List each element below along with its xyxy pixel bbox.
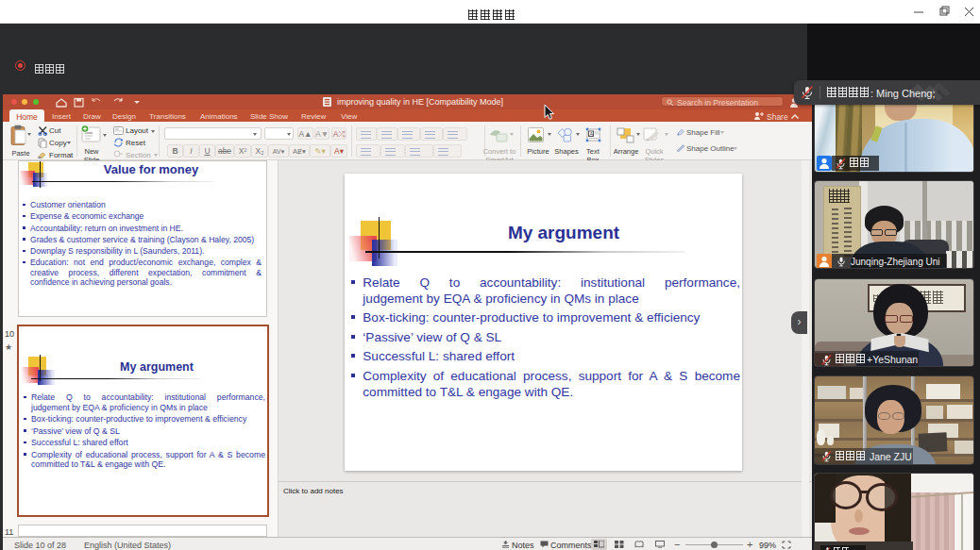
svg-text:A: A [590,131,594,137]
